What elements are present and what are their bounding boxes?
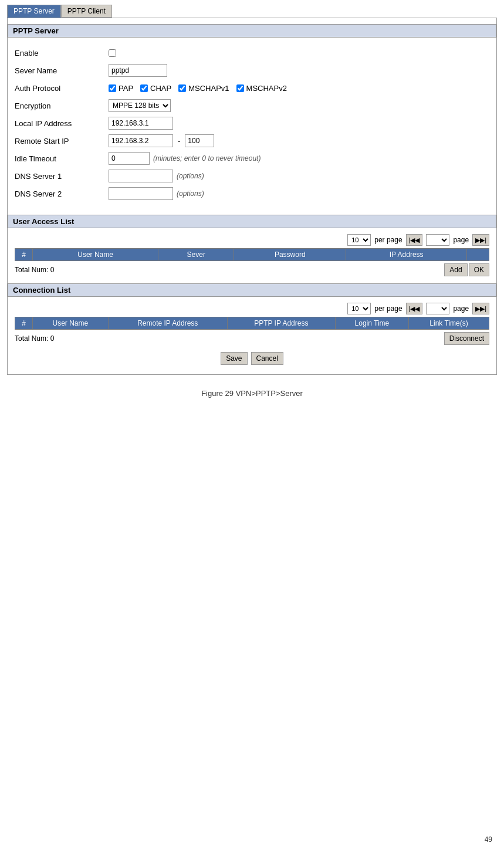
chap-label: CHAP (150, 84, 171, 93)
connection-last-page-btn[interactable]: ▶▶| (472, 303, 489, 314)
bottom-buttons: Save Cancel (15, 352, 489, 365)
enable-label: Enable (15, 49, 109, 57)
dash-separator: - (178, 137, 180, 145)
chap-item: CHAP (140, 84, 171, 93)
encryption-label: Encryption (15, 101, 109, 110)
idle-timeout-control: (minutes; enter 0 to never timeout) (109, 152, 261, 165)
enable-control (109, 49, 117, 57)
mschapv2-item: MSCHAPv2 (236, 84, 287, 93)
idle-timeout-label: Idle Timeout (15, 154, 109, 163)
main-content: PPTP Server Enable Sever Name Auth Proto… (7, 18, 497, 375)
auth-protocol-row: Auth Protocol PAP CHAP MSCHAPv1 (15, 81, 489, 95)
conn-col-pptp-ip: PPTP IP Address (227, 317, 335, 330)
col-username: User Name (33, 249, 158, 261)
col-hash: # (15, 249, 33, 261)
server-name-label: Sever Name (15, 66, 109, 75)
connection-total-row: Total Num: 0 Disconnect (15, 332, 489, 345)
dns2-label: DNS Server 2 (15, 189, 109, 198)
dns1-input[interactable] (109, 170, 173, 182)
page-number: 49 (485, 835, 492, 844)
ok-button[interactable]: OK (469, 263, 489, 276)
remote-start-ip-row: Remote Start IP - (15, 134, 489, 148)
conn-col-hash: # (15, 317, 33, 330)
user-access-table: # User Name Sever Password IP Address (15, 248, 489, 261)
dns2-row: DNS Server 2 (options) (15, 187, 489, 201)
idle-timeout-input[interactable] (109, 152, 150, 165)
pptp-server-form: Enable Sever Name Auth Protocol PAP (15, 43, 489, 209)
connection-action-btns: Disconnect (444, 332, 489, 345)
cancel-button[interactable]: Cancel (251, 352, 283, 365)
encryption-select[interactable]: MPPE 128 bits (109, 99, 171, 112)
remote-start-ip-input[interactable] (109, 134, 173, 147)
local-ip-control (109, 117, 173, 130)
figure-caption: Figure 29 VPN>PPTP>Server (7, 389, 497, 398)
local-ip-input[interactable] (109, 117, 173, 130)
col-sever: Sever (158, 249, 234, 261)
connection-page-label: page (453, 304, 469, 313)
connection-list-table-controls: 10 per page |◀◀ page ▶▶| (15, 303, 489, 314)
connection-per-page-select[interactable]: 10 (347, 303, 371, 314)
user-access-last-page-btn[interactable]: ▶▶| (472, 234, 489, 246)
idle-timeout-hint: (minutes; enter 0 to never timeout) (153, 154, 261, 163)
dns1-row: DNS Server 1 (options) (15, 169, 489, 183)
mschapv1-checkbox[interactable] (178, 84, 186, 92)
remote-end-input[interactable] (185, 134, 214, 147)
conn-col-login-time: Login Time (335, 317, 408, 330)
connection-per-page-label: per page (374, 304, 402, 313)
remote-start-ip-label: Remote Start IP (15, 137, 109, 145)
user-access-total-label: Total Num: 0 (15, 266, 54, 274)
tab-pptp-client[interactable]: PPTP Client (61, 5, 112, 18)
connection-list-section: Connection List 10 per page |◀◀ page ▶▶| (15, 283, 489, 345)
server-name-input[interactable] (109, 64, 167, 77)
connection-list-table: # User Name Remote IP Address PPTP IP Ad… (15, 317, 489, 330)
pap-item: PAP (109, 84, 133, 93)
user-access-page-select[interactable] (426, 234, 449, 246)
user-access-section: User Access List 10 per page |◀◀ page ▶▶… (15, 215, 489, 276)
user-access-action-btns: Add OK (444, 263, 489, 276)
connection-first-page-btn[interactable]: |◀◀ (406, 303, 423, 314)
col-action (467, 249, 489, 261)
connection-total-label: Total Num: 0 (15, 334, 54, 343)
mschapv2-checkbox[interactable] (236, 84, 244, 92)
dns1-label: DNS Server 1 (15, 172, 109, 181)
user-access-total-row: Total Num: 0 Add OK (15, 263, 489, 276)
local-ip-label: Local IP Address (15, 119, 109, 128)
connection-table-header-row: # User Name Remote IP Address PPTP IP Ad… (15, 317, 489, 330)
encryption-control: MPPE 128 bits (109, 99, 171, 112)
server-name-row: Sever Name (15, 63, 489, 77)
dns2-input[interactable] (109, 187, 173, 200)
pap-checkbox[interactable] (109, 84, 116, 92)
user-access-header: User Access List (8, 215, 496, 228)
dns2-control: (options) (109, 187, 204, 200)
encryption-row: Encryption MPPE 128 bits (15, 99, 489, 113)
disconnect-button[interactable]: Disconnect (444, 332, 489, 345)
dns1-hint: (options) (177, 172, 204, 180)
connection-list-header: Connection List (8, 283, 496, 297)
tab-bar: PPTP Server PPTP Client (7, 5, 497, 18)
mschapv1-label: MSCHAPv1 (188, 84, 229, 93)
col-password: Password (234, 249, 346, 261)
tab-pptp-server[interactable]: PPTP Server (7, 5, 61, 18)
mschapv1-item: MSCHAPv1 (178, 84, 229, 93)
auth-protocol-control: PAP CHAP MSCHAPv1 MSCHAPv2 (109, 84, 287, 93)
conn-col-remote-ip: Remote IP Address (108, 317, 227, 330)
idle-timeout-row: Idle Timeout (minutes; enter 0 to never … (15, 151, 489, 165)
connection-page-select[interactable] (426, 303, 449, 314)
local-ip-row: Local IP Address (15, 116, 489, 130)
server-name-control (109, 64, 167, 77)
user-access-page-label: page (453, 236, 469, 244)
connection-list-table-section: 10 per page |◀◀ page ▶▶| # User Name (15, 303, 489, 345)
auth-protocol-label: Auth Protocol (15, 84, 109, 93)
pap-label: PAP (119, 84, 133, 93)
user-access-table-header-row: # User Name Sever Password IP Address (15, 249, 489, 261)
save-button[interactable]: Save (221, 352, 247, 365)
conn-col-username: User Name (33, 317, 109, 330)
add-button[interactable]: Add (444, 263, 467, 276)
user-access-per-page-select[interactable]: 10 (347, 234, 371, 246)
user-access-first-page-btn[interactable]: |◀◀ (406, 234, 423, 246)
enable-checkbox[interactable] (109, 49, 116, 57)
user-access-table-controls: 10 per page |◀◀ page ▶▶| (15, 234, 489, 246)
user-access-table-section: 10 per page |◀◀ page ▶▶| # User Name (15, 234, 489, 276)
chap-checkbox[interactable] (140, 84, 148, 92)
enable-row: Enable (15, 46, 489, 60)
